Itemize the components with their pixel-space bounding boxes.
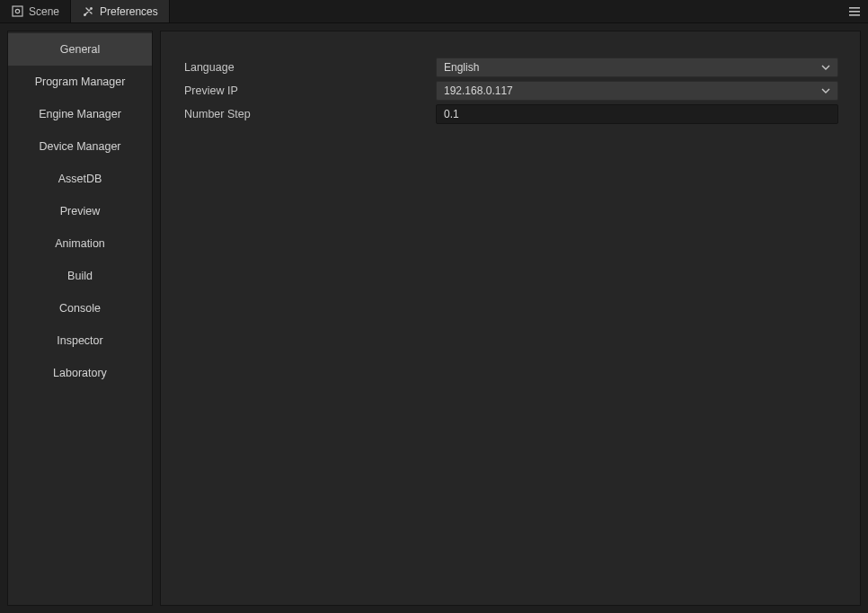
svg-point-3 bbox=[90, 7, 93, 10]
sidebar-item-animation[interactable]: Animation bbox=[8, 227, 152, 260]
sidebar-item-console[interactable]: Console bbox=[8, 292, 152, 324]
preview-ip-value: 192.168.0.117 bbox=[444, 84, 513, 97]
preview-ip-label: Preview IP bbox=[182, 84, 436, 97]
tab-preferences-label: Preferences bbox=[100, 5, 158, 18]
svg-rect-6 bbox=[849, 14, 860, 16]
sidebar-item-label: Preview bbox=[60, 205, 100, 218]
svg-rect-5 bbox=[849, 11, 860, 13]
tabbar: Scene Preferences bbox=[0, 0, 868, 23]
tab-scene-label: Scene bbox=[29, 5, 59, 18]
sidebar-item-general[interactable]: General bbox=[8, 33, 152, 66]
sidebar-item-label: Build bbox=[67, 270, 93, 282]
sidebar-item-program-manager[interactable]: Program Manager bbox=[8, 66, 152, 98]
sidebar-item-label: Console bbox=[59, 302, 101, 315]
tools-icon bbox=[82, 5, 94, 18]
preferences-sidebar: General Program Manager Engine Manager D… bbox=[7, 31, 153, 606]
sidebar-item-build[interactable]: Build bbox=[8, 260, 152, 292]
preview-ip-select[interactable]: 192.168.0.117 bbox=[436, 81, 838, 101]
svg-point-1 bbox=[15, 9, 19, 13]
chevron-down-icon bbox=[821, 86, 830, 95]
language-label: Language bbox=[182, 61, 436, 74]
sidebar-item-inspector[interactable]: Inspector bbox=[8, 324, 152, 357]
preferences-content: Language English Preview IP 192.168.0.11… bbox=[160, 31, 861, 606]
field-preview-ip: Preview IP 192.168.0.117 bbox=[182, 80, 838, 102]
sidebar-item-assetdb[interactable]: AssetDB bbox=[8, 163, 152, 195]
sidebar-item-device-manager[interactable]: Device Manager bbox=[8, 130, 152, 163]
field-number-step: Number Step bbox=[182, 103, 838, 125]
sidebar-item-engine-manager[interactable]: Engine Manager bbox=[8, 98, 152, 130]
number-step-input[interactable] bbox=[436, 104, 838, 124]
sidebar-item-label: Device Manager bbox=[39, 140, 120, 153]
svg-rect-0 bbox=[13, 6, 22, 16]
sidebar-item-label: Inspector bbox=[57, 334, 102, 347]
svg-point-2 bbox=[84, 13, 86, 16]
tabbar-spacer bbox=[170, 0, 841, 22]
scene-icon bbox=[11, 5, 23, 18]
number-step-label: Number Step bbox=[182, 108, 436, 120]
sidebar-item-label: Animation bbox=[55, 237, 105, 250]
language-select[interactable]: English bbox=[436, 58, 838, 77]
preferences-body: General Program Manager Engine Manager D… bbox=[0, 23, 868, 613]
sidebar-item-label: General bbox=[60, 43, 100, 56]
panel-menu-button[interactable] bbox=[841, 0, 868, 22]
sidebar-item-laboratory[interactable]: Laboratory bbox=[8, 357, 152, 389]
sidebar-item-label: AssetDB bbox=[58, 173, 102, 185]
preferences-window: Scene Preferences bbox=[0, 0, 868, 613]
hamburger-icon bbox=[848, 6, 861, 17]
svg-rect-4 bbox=[849, 7, 860, 9]
tab-preferences[interactable]: Preferences bbox=[71, 0, 170, 22]
field-language: Language English bbox=[182, 57, 838, 78]
tab-scene[interactable]: Scene bbox=[0, 0, 71, 22]
sidebar-item-label: Engine Manager bbox=[39, 108, 121, 120]
sidebar-item-label: Laboratory bbox=[53, 367, 107, 379]
language-value: English bbox=[444, 61, 479, 74]
chevron-down-icon bbox=[821, 63, 830, 72]
sidebar-item-label: Program Manager bbox=[35, 76, 126, 88]
sidebar-item-preview[interactable]: Preview bbox=[8, 195, 152, 227]
